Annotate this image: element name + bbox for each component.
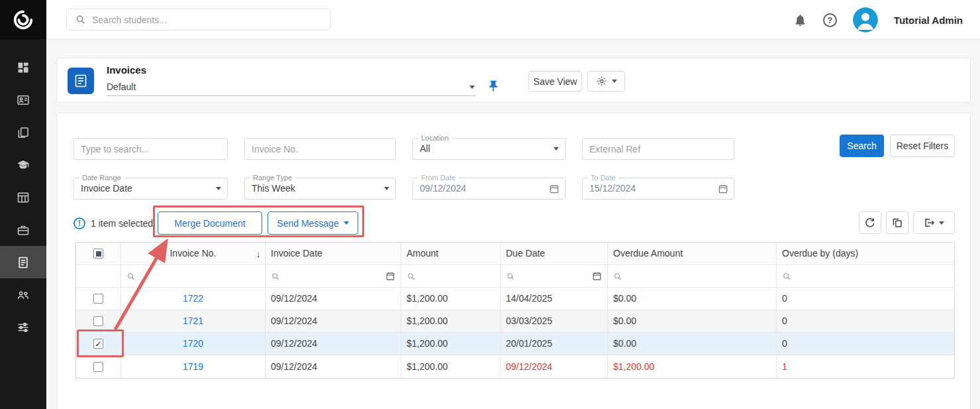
date-range-select[interactable]: Date Range Invoice Date xyxy=(74,178,228,200)
calendar-icon[interactable] xyxy=(385,271,395,281)
from-date-label: From Date xyxy=(418,174,458,182)
documents-icon xyxy=(17,126,30,139)
settings-icon xyxy=(17,321,30,334)
invoice-link[interactable]: 1719 xyxy=(183,356,203,378)
services-icon xyxy=(17,223,30,237)
merge-document-button[interactable]: Merge Document xyxy=(158,211,262,235)
location-select[interactable]: Location All xyxy=(413,138,565,160)
row-checkbox[interactable] xyxy=(93,294,103,304)
external-ref-input[interactable] xyxy=(582,138,734,160)
calendar-icon[interactable] xyxy=(592,271,602,281)
invoice-link[interactable]: 1721 xyxy=(183,310,203,332)
row-checkbox[interactable] xyxy=(93,362,103,372)
bell-icon[interactable] xyxy=(793,13,807,27)
cell-due-date: 03/03/2025 xyxy=(501,310,608,333)
calendar-icon[interactable] xyxy=(549,184,560,194)
col-header-overdue-days[interactable]: Overdue by (days) xyxy=(777,243,954,265)
cell-invoice-date: 09/12/2024 xyxy=(266,355,401,378)
table-header-row: Invoice No. ↓ Invoice Date Amount Due Da… xyxy=(76,243,954,265)
filter-amount[interactable] xyxy=(401,265,501,288)
topbar: ? Tutorial Admin xyxy=(46,0,980,40)
filter-overdue-days[interactable] xyxy=(777,265,954,288)
chevron-down-icon xyxy=(384,187,389,190)
cell-overdue-amount: $1,200.00 xyxy=(608,355,777,378)
filter-overdue-amount[interactable] xyxy=(608,265,777,288)
info-icon: ! xyxy=(74,217,85,229)
invoice-link[interactable]: 1720 xyxy=(183,333,203,355)
invoice-link[interactable]: 1722 xyxy=(183,288,203,310)
reset-filters-button[interactable]: Reset Filters xyxy=(890,135,955,157)
row-checkbox[interactable] xyxy=(93,316,103,326)
filter-invoice-date[interactable] xyxy=(266,265,401,288)
sidebar-item-students[interactable] xyxy=(0,84,46,116)
invoices-table: Invoice No. ↓ Invoice Date Amount Due Da… xyxy=(75,242,955,379)
send-message-label: Send Message xyxy=(277,218,338,229)
sidebar-item-dashboard[interactable] xyxy=(0,51,46,84)
sidebar-item-groups[interactable] xyxy=(0,278,46,311)
row-checkbox-cell xyxy=(76,355,121,378)
cell-invoice-no: 1719 xyxy=(121,355,266,378)
chevron-down-icon xyxy=(939,221,944,225)
refresh-button[interactable] xyxy=(859,211,881,234)
cell-overdue-days: 0 xyxy=(777,310,954,333)
sidebar-item-reports[interactable] xyxy=(0,181,46,213)
col-header-overdue-amount[interactable]: Overdue Amount xyxy=(608,243,777,265)
col-header-due-date[interactable]: Due Date xyxy=(501,243,608,265)
cell-due-date: 09/12/2024 xyxy=(501,355,608,378)
send-message-button[interactable]: Send Message xyxy=(268,211,358,235)
dashboard-icon xyxy=(17,61,30,74)
export-button[interactable] xyxy=(913,211,955,234)
user-name[interactable]: Tutorial Admin xyxy=(894,15,963,26)
col-header-invoice-date[interactable]: Invoice Date xyxy=(266,243,401,265)
row-checkbox-cell xyxy=(76,288,121,310)
invoices-icon xyxy=(17,256,30,269)
sidebar-item-services[interactable] xyxy=(0,213,46,246)
select-all-checkbox[interactable] xyxy=(93,249,103,259)
view-select[interactable]: Default xyxy=(107,79,476,96)
search-button[interactable]: Search xyxy=(840,135,884,157)
calendar-icon[interactable] xyxy=(718,184,728,194)
sidebar-item-documents[interactable] xyxy=(0,116,46,148)
from-date-field[interactable]: From Date 09/12/2024 xyxy=(413,178,565,200)
courses-icon xyxy=(17,158,30,172)
keyword-search-input[interactable] xyxy=(74,138,228,160)
to-date-field[interactable]: To Date 15/12/2024 xyxy=(582,178,734,200)
sidebar-item-courses[interactable] xyxy=(0,148,46,181)
row-checkbox-cell xyxy=(76,333,121,355)
sort-desc-icon: ↓ xyxy=(256,243,262,264)
help-icon[interactable]: ? xyxy=(823,13,837,27)
save-view-button[interactable]: Save View xyxy=(528,71,582,91)
sidebar-item-settings[interactable] xyxy=(0,311,46,343)
app-logo[interactable] xyxy=(0,0,46,40)
view-settings-button[interactable] xyxy=(587,71,625,91)
chevron-down-icon xyxy=(469,86,475,89)
col-header-amount[interactable]: Amount xyxy=(401,243,501,265)
cell-invoice-date: 09/12/2024 xyxy=(266,333,401,355)
topbar-right: ? Tutorial Admin xyxy=(793,0,963,40)
cell-overdue-days: 1 xyxy=(777,355,954,378)
cell-overdue-days: 0 xyxy=(777,288,954,310)
range-type-select[interactable]: Range Type This Week xyxy=(244,178,396,200)
filter-invoice-no[interactable] xyxy=(121,265,266,288)
filter-due-date[interactable] xyxy=(501,265,608,288)
table-row: 1721 09/12/2024 $1,200.00 03/03/2025 $0.… xyxy=(76,310,954,333)
cell-due-date: 14/04/2025 xyxy=(501,288,608,310)
invoice-no-input[interactable] xyxy=(244,138,396,160)
cell-overdue-amount: $0.00 xyxy=(608,333,777,355)
student-search[interactable] xyxy=(66,9,331,30)
chevron-down-icon xyxy=(344,221,349,225)
export-icon xyxy=(924,217,936,229)
col-header-invoice-no[interactable]: Invoice No. ↓ xyxy=(121,243,266,265)
main-content: Invoices Default Save View Location All … xyxy=(46,40,980,409)
copy-button[interactable] xyxy=(886,211,908,234)
students-icon xyxy=(17,93,30,107)
sidebar-nav xyxy=(0,40,46,343)
avatar[interactable] xyxy=(853,7,878,32)
row-checkbox-checked[interactable] xyxy=(93,339,103,349)
cell-amount: $1,200.00 xyxy=(401,310,501,333)
cell-amount: $1,200.00 xyxy=(401,355,501,378)
pin-view-button[interactable] xyxy=(484,77,503,95)
search-input[interactable] xyxy=(92,15,322,25)
range-type-label: Range Type xyxy=(250,174,295,182)
sidebar-item-invoices[interactable] xyxy=(0,246,46,278)
